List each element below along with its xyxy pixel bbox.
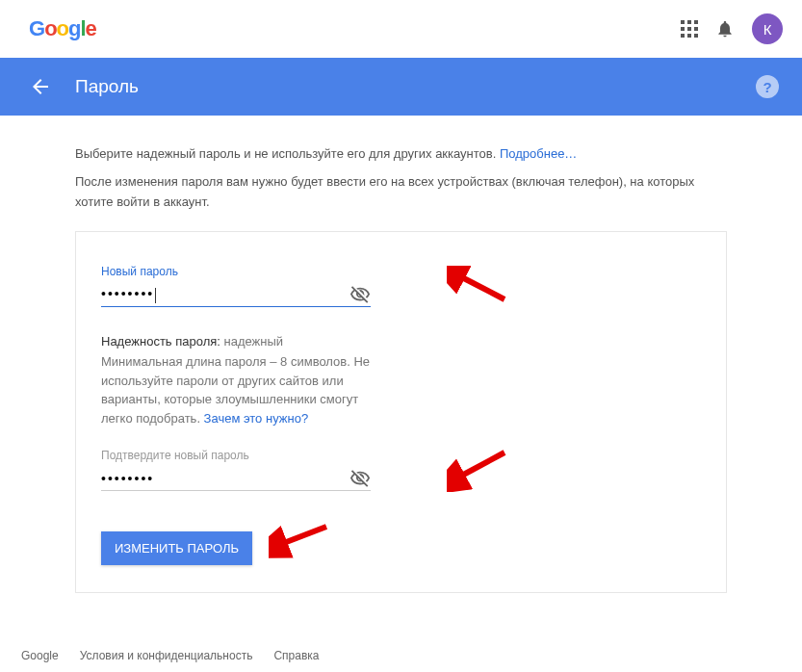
footer: Google Условия и конфиденциальность Спра… bbox=[21, 649, 319, 662]
confirm-password-input[interactable]: •••••••• bbox=[101, 471, 349, 486]
strength-value: надежный bbox=[220, 334, 283, 349]
new-password-group: Новый пароль •••••••• bbox=[101, 265, 701, 307]
notifications-icon[interactable] bbox=[715, 19, 735, 39]
confirm-password-label: Подтвердите новый пароль bbox=[101, 449, 701, 462]
intro-text-1-text: Выберите надежный пароль и не используйт… bbox=[75, 146, 500, 161]
intro-text-2: После изменения пароля вам нужно будет в… bbox=[75, 172, 727, 213]
learn-more-link[interactable]: Подробнее… bbox=[500, 146, 577, 161]
annotation-arrow-icon bbox=[269, 523, 336, 561]
svg-line-5 bbox=[276, 527, 326, 546]
change-password-button[interactable]: ИЗМЕНИТЬ ПАРОЛЬ bbox=[101, 531, 252, 565]
page-title: Пароль bbox=[75, 76, 139, 97]
back-arrow-icon[interactable] bbox=[29, 75, 52, 98]
strength-title: Надежность пароля: надежный bbox=[101, 334, 380, 349]
header-right: К bbox=[681, 13, 783, 44]
intro-text-1: Выберите надежный пароль и не используйт… bbox=[75, 144, 727, 165]
confirm-password-group: Подтвердите новый пароль •••••••• bbox=[101, 449, 701, 491]
footer-help-link[interactable]: Справка bbox=[273, 649, 319, 662]
visibility-off-icon[interactable] bbox=[349, 284, 371, 305]
avatar[interactable]: К bbox=[752, 13, 783, 44]
new-password-input-wrap: •••••••• bbox=[101, 282, 371, 307]
new-password-dots: •••••••• bbox=[101, 286, 154, 301]
help-icon[interactable]: ? bbox=[756, 75, 779, 98]
strength-label: Надежность пароля: bbox=[101, 334, 220, 349]
strength-description: Минимальная длина пароля – 8 символов. Н… bbox=[101, 352, 380, 427]
content-area: Выберите надежный пароль и не используйт… bbox=[0, 116, 802, 593]
title-bar: Пароль ? bbox=[0, 58, 802, 116]
apps-grid-icon[interactable] bbox=[681, 20, 698, 38]
confirm-password-input-wrap: •••••••• bbox=[101, 466, 371, 491]
new-password-input[interactable]: •••••••• bbox=[101, 286, 349, 302]
why-link[interactable]: Зачем это нужно? bbox=[204, 411, 309, 426]
google-logo[interactable]: Google bbox=[29, 16, 96, 41]
footer-privacy-link[interactable]: Условия и конфиденциальность bbox=[80, 649, 253, 662]
footer-google-link[interactable]: Google bbox=[21, 649, 59, 662]
top-header: Google К bbox=[0, 0, 802, 58]
password-card: Новый пароль •••••••• Надежность пароля:… bbox=[75, 231, 727, 593]
visibility-off-icon[interactable] bbox=[349, 468, 371, 489]
text-cursor bbox=[155, 288, 156, 303]
new-password-label: Новый пароль bbox=[101, 265, 701, 278]
strength-block: Надежность пароля: надежный Минимальная … bbox=[101, 334, 380, 427]
